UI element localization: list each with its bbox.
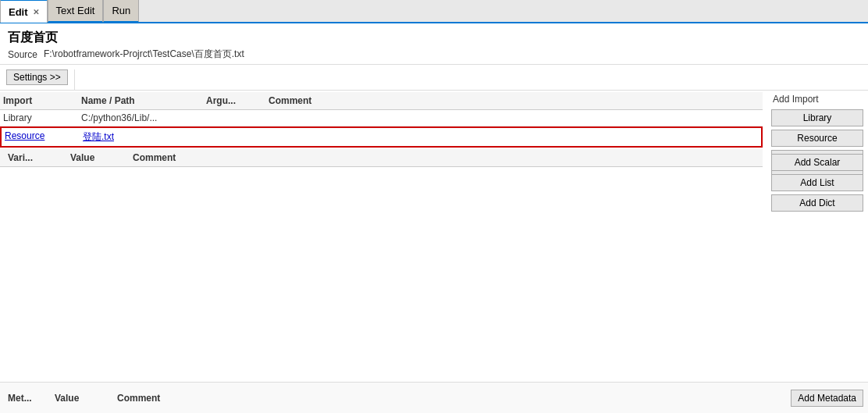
add-metadata-button[interactable]: Add Metadata	[791, 390, 863, 407]
var-col-comment: Comment	[133, 152, 755, 163]
page-title: 百度首页	[8, 30, 860, 46]
add-list-button[interactable]: Add List	[771, 174, 863, 191]
import-library-name: C:/python36/Lib/...	[78, 111, 203, 125]
import-resource-name[interactable]: 登陆.txt	[80, 129, 205, 145]
metadata-right: Add Metadata	[791, 390, 863, 407]
variables-right-buttons: Add Scalar Add List Add Dict	[767, 148, 868, 218]
import-row-library[interactable]: Library C:/python36/Lib/...	[0, 110, 763, 126]
meta-col-value: Value	[55, 393, 117, 404]
tab-run[interactable]: Run	[103, 0, 139, 23]
import-col-comment: Comment	[265, 94, 763, 108]
tab-edit-close[interactable]: ✕	[33, 8, 39, 16]
var-col-variable: Vari...	[8, 152, 70, 163]
import-col-import: Import	[0, 94, 78, 108]
tab-text-edit-label: Text Edit	[56, 5, 95, 16]
import-library-type: Library	[0, 111, 78, 125]
tab-edit-label: Edit	[9, 6, 28, 18]
meta-col-meta: Met...	[8, 393, 55, 404]
settings-toggle-button[interactable]: Settings >>	[6, 69, 68, 85]
library-button[interactable]: Library	[771, 109, 863, 126]
tab-run-label: Run	[112, 5, 130, 16]
import-col-args: Argu...	[203, 94, 265, 108]
content-wrapper: Import Name / Path Argu... Comment Libra…	[0, 91, 868, 413]
source-label: Source	[8, 49, 37, 60]
meta-col-comment: Comment	[117, 393, 860, 404]
settings-content	[74, 69, 868, 90]
variables-table-header: Vari... Value Comment	[0, 149, 763, 167]
import-resource-comment	[267, 129, 761, 145]
import-row-resource[interactable]: Resource 登陆.txt	[0, 126, 763, 148]
source-path: F:\robotframework-Projrct\TestCase\百度首页.…	[44, 48, 244, 61]
import-resource-args	[205, 129, 267, 145]
metadata-section: Met... Value Comment Add Metadata	[0, 382, 868, 413]
import-col-name: Name / Path	[78, 94, 203, 108]
tab-edit[interactable]: Edit ✕	[0, 0, 48, 23]
import-area: Import Name / Path Argu... Comment Libra…	[0, 91, 868, 148]
import-library-comment	[265, 111, 763, 125]
var-col-value: Value	[70, 152, 133, 163]
tab-text-edit[interactable]: Text Edit	[48, 0, 104, 23]
add-dict-button[interactable]: Add Dict	[771, 194, 863, 212]
metadata-table-header: Met... Value Comment	[0, 393, 868, 404]
page-source: Source F:\robotframework-Projrct\TestCas…	[8, 48, 860, 61]
page-header: 百度首页 Source F:\robotframework-Projrct\Te…	[0, 23, 868, 65]
settings-section: Settings >>	[0, 65, 868, 91]
main-content: 百度首页 Source F:\robotframework-Projrct\Te…	[0, 23, 868, 413]
add-import-label: Add Import	[771, 94, 863, 105]
import-table-header: Import Name / Path Argu... Comment	[0, 92, 763, 110]
tab-bar: Edit ✕ Text Edit Run	[0, 0, 868, 23]
import-and-vars: Import Name / Path Argu... Comment Libra…	[0, 91, 868, 382]
resource-button[interactable]: Resource	[771, 130, 863, 147]
import-resource-type[interactable]: Resource	[2, 129, 80, 145]
variables-area: Vari... Value Comment Add Scalar Add Lis…	[0, 148, 868, 382]
add-scalar-button[interactable]: Add Scalar	[771, 154, 863, 171]
import-library-args	[203, 111, 265, 125]
